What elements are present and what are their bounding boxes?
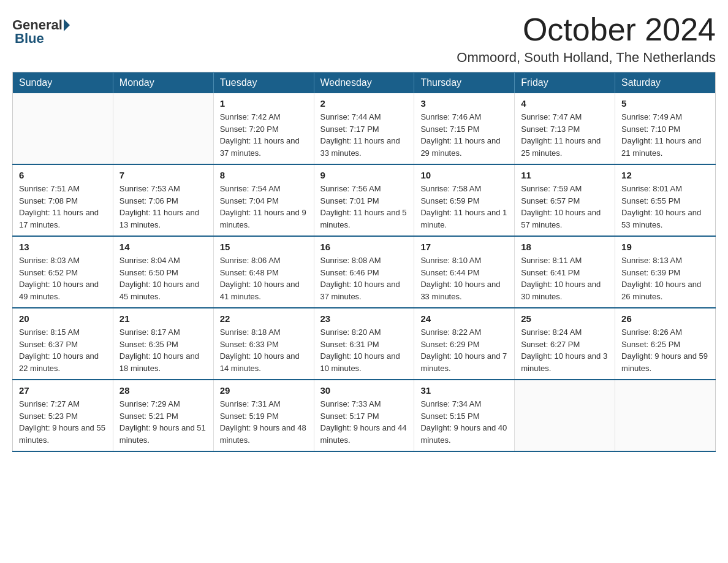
calendar-cell: 7Sunrise: 7:53 AMSunset: 7:06 PMDaylight… <box>113 164 213 236</box>
day-info: Sunrise: 7:33 AMSunset: 5:17 PMDaylight:… <box>320 398 408 446</box>
day-number: 26 <box>621 313 709 324</box>
calendar-cell: 6Sunrise: 7:51 AMSunset: 7:08 PMDaylight… <box>13 164 113 236</box>
day-number: 5 <box>621 98 709 109</box>
day-number: 25 <box>521 313 609 324</box>
day-info: Sunrise: 8:06 AMSunset: 6:48 PMDaylight:… <box>220 255 308 302</box>
calendar-cell: 29Sunrise: 7:31 AMSunset: 5:19 PMDayligh… <box>213 380 314 451</box>
day-info: Sunrise: 7:27 AMSunset: 5:23 PMDaylight:… <box>19 398 107 446</box>
weekday-header-thursday: Thursday <box>414 72 515 94</box>
calendar-cell: 18Sunrise: 8:11 AMSunset: 6:41 PMDayligh… <box>515 236 615 308</box>
calendar-cell: 4Sunrise: 7:47 AMSunset: 7:13 PMDaylight… <box>515 93 615 164</box>
day-number: 23 <box>320 313 408 324</box>
day-number: 18 <box>521 242 609 252</box>
day-info: Sunrise: 7:47 AMSunset: 7:13 PMDaylight:… <box>521 111 609 159</box>
calendar-week-row: 20Sunrise: 8:15 AMSunset: 6:37 PMDayligh… <box>13 308 716 380</box>
logo: General Blue <box>12 12 70 47</box>
day-info: Sunrise: 8:08 AMSunset: 6:46 PMDaylight:… <box>320 255 408 302</box>
weekday-header-monday: Monday <box>113 72 213 94</box>
day-number: 15 <box>220 242 308 252</box>
calendar-table: SundayMondayTuesdayWednesdayThursdayFrid… <box>12 72 716 452</box>
day-info: Sunrise: 8:01 AMSunset: 6:55 PMDaylight:… <box>621 183 709 231</box>
calendar-week-row: 6Sunrise: 7:51 AMSunset: 7:08 PMDaylight… <box>13 164 716 236</box>
day-number: 8 <box>220 170 308 180</box>
calendar-cell: 11Sunrise: 7:59 AMSunset: 6:57 PMDayligh… <box>515 164 615 236</box>
day-info: Sunrise: 7:42 AMSunset: 7:20 PMDaylight:… <box>220 111 308 159</box>
day-number: 13 <box>19 242 107 252</box>
calendar-cell: 25Sunrise: 8:24 AMSunset: 6:27 PMDayligh… <box>515 308 615 380</box>
day-info: Sunrise: 7:34 AMSunset: 5:15 PMDaylight:… <box>420 398 508 446</box>
day-info: Sunrise: 8:03 AMSunset: 6:52 PMDaylight:… <box>19 255 107 302</box>
calendar-cell: 21Sunrise: 8:17 AMSunset: 6:35 PMDayligh… <box>113 308 213 380</box>
day-number: 29 <box>220 385 308 396</box>
weekday-header-row: SundayMondayTuesdayWednesdayThursdayFrid… <box>13 72 716 94</box>
calendar-cell: 14Sunrise: 8:04 AMSunset: 6:50 PMDayligh… <box>113 236 213 308</box>
calendar-week-row: 27Sunrise: 7:27 AMSunset: 5:23 PMDayligh… <box>13 380 716 451</box>
day-info: Sunrise: 8:11 AMSunset: 6:41 PMDaylight:… <box>521 255 609 302</box>
day-info: Sunrise: 8:15 AMSunset: 6:37 PMDaylight:… <box>19 326 107 374</box>
day-info: Sunrise: 8:20 AMSunset: 6:31 PMDaylight:… <box>320 326 408 374</box>
day-number: 17 <box>420 242 508 252</box>
weekday-header-saturday: Saturday <box>615 72 716 94</box>
calendar-cell: 26Sunrise: 8:26 AMSunset: 6:25 PMDayligh… <box>615 308 716 380</box>
day-number: 7 <box>119 170 207 180</box>
calendar-cell: 3Sunrise: 7:46 AMSunset: 7:15 PMDaylight… <box>414 93 515 164</box>
day-number: 20 <box>19 313 107 324</box>
calendar-cell: 2Sunrise: 7:44 AMSunset: 7:17 PMDaylight… <box>314 93 414 164</box>
day-info: Sunrise: 8:04 AMSunset: 6:50 PMDaylight:… <box>119 255 207 302</box>
calendar-cell <box>515 380 615 451</box>
day-info: Sunrise: 8:13 AMSunset: 6:39 PMDaylight:… <box>621 255 709 302</box>
day-info: Sunrise: 7:59 AMSunset: 6:57 PMDaylight:… <box>521 183 609 231</box>
calendar-cell: 27Sunrise: 7:27 AMSunset: 5:23 PMDayligh… <box>13 380 113 451</box>
calendar-cell: 16Sunrise: 8:08 AMSunset: 6:46 PMDayligh… <box>314 236 414 308</box>
day-info: Sunrise: 8:17 AMSunset: 6:35 PMDaylight:… <box>119 326 207 374</box>
location-title: Ommoord, South Holland, The Netherlands <box>457 50 716 66</box>
day-info: Sunrise: 7:58 AMSunset: 6:59 PMDaylight:… <box>420 183 508 231</box>
calendar-cell: 28Sunrise: 7:29 AMSunset: 5:21 PMDayligh… <box>113 380 213 451</box>
day-number: 24 <box>420 313 508 324</box>
calendar-cell: 31Sunrise: 7:34 AMSunset: 5:15 PMDayligh… <box>414 380 515 451</box>
day-number: 19 <box>621 242 709 252</box>
calendar-week-row: 1Sunrise: 7:42 AMSunset: 7:20 PMDaylight… <box>13 93 716 164</box>
day-info: Sunrise: 7:51 AMSunset: 7:08 PMDaylight:… <box>19 183 107 231</box>
calendar-cell: 24Sunrise: 8:22 AMSunset: 6:29 PMDayligh… <box>414 308 515 380</box>
day-number: 2 <box>320 98 408 109</box>
calendar-cell <box>615 380 716 451</box>
calendar-cell: 8Sunrise: 7:54 AMSunset: 7:04 PMDaylight… <box>213 164 314 236</box>
day-number: 16 <box>320 242 408 252</box>
title-block: October 2024 Ommoord, South Holland, The… <box>457 12 716 66</box>
calendar-cell: 30Sunrise: 7:33 AMSunset: 5:17 PMDayligh… <box>314 380 414 451</box>
calendar-cell <box>113 93 213 164</box>
weekday-header-friday: Friday <box>515 72 615 94</box>
day-number: 30 <box>320 385 408 396</box>
calendar-cell: 9Sunrise: 7:56 AMSunset: 7:01 PMDaylight… <box>314 164 414 236</box>
calendar-week-row: 13Sunrise: 8:03 AMSunset: 6:52 PMDayligh… <box>13 236 716 308</box>
calendar-cell: 13Sunrise: 8:03 AMSunset: 6:52 PMDayligh… <box>13 236 113 308</box>
day-info: Sunrise: 7:46 AMSunset: 7:15 PMDaylight:… <box>420 111 508 159</box>
day-info: Sunrise: 7:53 AMSunset: 7:06 PMDaylight:… <box>119 183 207 231</box>
calendar-cell: 15Sunrise: 8:06 AMSunset: 6:48 PMDayligh… <box>213 236 314 308</box>
day-info: Sunrise: 7:44 AMSunset: 7:17 PMDaylight:… <box>320 111 408 159</box>
day-info: Sunrise: 7:49 AMSunset: 7:10 PMDaylight:… <box>621 111 709 159</box>
day-number: 3 <box>420 98 508 109</box>
day-info: Sunrise: 8:26 AMSunset: 6:25 PMDaylight:… <box>621 326 709 374</box>
day-info: Sunrise: 7:29 AMSunset: 5:21 PMDaylight:… <box>119 398 207 446</box>
weekday-header-sunday: Sunday <box>13 72 113 94</box>
day-info: Sunrise: 8:18 AMSunset: 6:33 PMDaylight:… <box>220 326 308 374</box>
logo-arrow-icon <box>64 19 70 31</box>
calendar-cell: 5Sunrise: 7:49 AMSunset: 7:10 PMDaylight… <box>615 93 716 164</box>
month-title: October 2024 <box>457 12 716 47</box>
day-number: 22 <box>220 313 308 324</box>
weekday-header-tuesday: Tuesday <box>213 72 314 94</box>
calendar-cell <box>13 93 113 164</box>
day-number: 10 <box>420 170 508 180</box>
weekday-header-wednesday: Wednesday <box>314 72 414 94</box>
day-number: 28 <box>119 385 207 396</box>
calendar-cell: 19Sunrise: 8:13 AMSunset: 6:39 PMDayligh… <box>615 236 716 308</box>
day-number: 4 <box>521 98 609 109</box>
calendar-cell: 1Sunrise: 7:42 AMSunset: 7:20 PMDaylight… <box>213 93 314 164</box>
day-number: 12 <box>621 170 709 180</box>
day-info: Sunrise: 8:10 AMSunset: 6:44 PMDaylight:… <box>420 255 508 302</box>
day-number: 14 <box>119 242 207 252</box>
day-number: 1 <box>220 98 308 109</box>
calendar-cell: 22Sunrise: 8:18 AMSunset: 6:33 PMDayligh… <box>213 308 314 380</box>
